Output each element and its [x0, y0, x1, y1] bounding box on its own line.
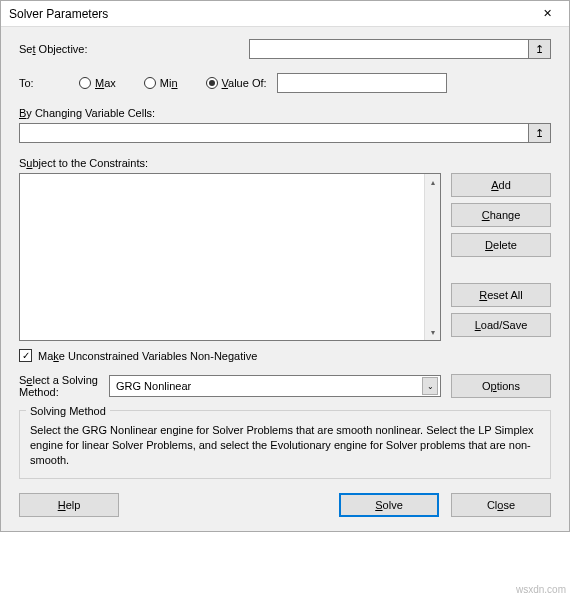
radio-max-label: Max — [95, 77, 116, 89]
titlebar: Solver Parameters ✕ — [1, 1, 569, 27]
checkbox-icon: ✓ — [19, 349, 32, 362]
collapse-icon: ↥ — [535, 43, 544, 56]
add-button[interactable]: Add — [451, 173, 551, 197]
variable-cells-label: By Changing Variable Cells: — [19, 107, 551, 119]
solve-button[interactable]: Solve — [339, 493, 439, 517]
to-row: To: Max Min Value Of: — [19, 73, 551, 93]
scroll-up-icon[interactable]: ▴ — [425, 174, 441, 190]
watermark: wsxdn.com — [516, 584, 566, 595]
radio-icon — [206, 77, 218, 89]
objective-input[interactable] — [249, 39, 529, 59]
radio-group: Max Min Value Of: — [79, 77, 267, 89]
dialog-content: Set Objective: ↥ To: Max Min Value Of — [1, 27, 569, 531]
variable-cells-input[interactable] — [19, 123, 529, 143]
constraints-label: Subject to the Constraints: — [19, 157, 551, 169]
method-label: Select a Solving Method: — [19, 374, 99, 398]
variable-cells-ref-button[interactable]: ↥ — [529, 123, 551, 143]
objective-row: Set Objective: ↥ — [19, 39, 551, 59]
groupbox-title: Solving Method — [26, 405, 110, 417]
footer: Help Solve Close — [19, 493, 551, 517]
objective-input-group: ↥ — [249, 39, 551, 59]
variable-cells-row: ↥ — [19, 123, 551, 143]
to-label: To: — [19, 77, 59, 89]
help-button[interactable]: Help — [19, 493, 119, 517]
constraints-section: ▴ ▾ Add Change Delete Reset All Load/Sav… — [19, 173, 551, 341]
constraints-listbox[interactable]: ▴ ▾ — [19, 173, 441, 341]
radio-icon — [79, 77, 91, 89]
scroll-down-icon[interactable]: ▾ — [425, 324, 441, 340]
radio-value-label: Value Of: — [222, 77, 267, 89]
groupbox-text: Select the GRG Nonlinear engine for Solv… — [30, 423, 540, 468]
unconstrained-label: Make Unconstrained Variables Non-Negativ… — [38, 350, 257, 362]
close-button[interactable]: Close — [451, 493, 551, 517]
radio-min[interactable]: Min — [144, 77, 178, 89]
solver-dialog: Solver Parameters ✕ Set Objective: ↥ To:… — [0, 0, 570, 532]
delete-button[interactable]: Delete — [451, 233, 551, 257]
value-of-input[interactable] — [277, 73, 447, 93]
constraint-buttons: Add Change Delete Reset All Load/Save — [451, 173, 551, 337]
scrollbar[interactable]: ▴ ▾ — [424, 174, 440, 340]
collapse-icon: ↥ — [535, 127, 544, 140]
set-objective-label: Set Objective: — [19, 43, 249, 55]
chevron-down-icon: ⌄ — [422, 377, 438, 395]
unconstrained-checkbox-row[interactable]: ✓ Make Unconstrained Variables Non-Negat… — [19, 349, 551, 362]
change-button[interactable]: Change — [451, 203, 551, 227]
solving-method-groupbox: Solving Method Select the GRG Nonlinear … — [19, 410, 551, 479]
reset-all-button[interactable]: Reset All — [451, 283, 551, 307]
radio-icon — [144, 77, 156, 89]
radio-value-of[interactable]: Value Of: — [206, 77, 267, 89]
objective-ref-button[interactable]: ↥ — [529, 39, 551, 59]
radio-max[interactable]: Max — [79, 77, 116, 89]
dialog-title: Solver Parameters — [9, 7, 108, 21]
method-row: Select a Solving Method: GRG Nonlinear ⌄… — [19, 374, 551, 398]
method-select-value: GRG Nonlinear — [116, 380, 191, 392]
method-select[interactable]: GRG Nonlinear ⌄ — [109, 375, 441, 397]
close-icon[interactable]: ✕ — [527, 2, 567, 26]
radio-min-label: Min — [160, 77, 178, 89]
load-save-button[interactable]: Load/Save — [451, 313, 551, 337]
options-button[interactable]: Options — [451, 374, 551, 398]
